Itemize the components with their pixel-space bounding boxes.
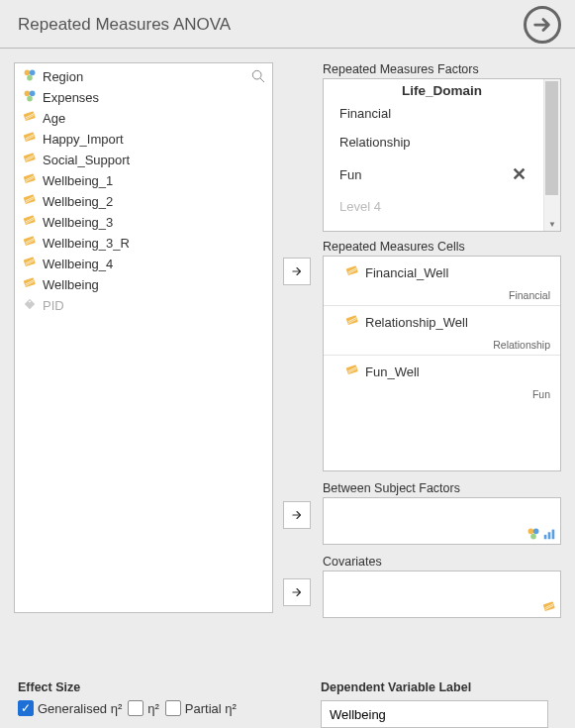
continuous-icon: [23, 193, 37, 210]
variable-item[interactable]: PID: [15, 295, 272, 316]
continuous-icon: [345, 364, 359, 380]
factor-level[interactable]: Financial: [335, 99, 533, 128]
variable-label: PID: [43, 298, 64, 313]
continuous-icon: [23, 131, 37, 148]
variable-label: Region: [43, 69, 83, 84]
variable-item[interactable]: Wellbeing_4: [15, 254, 272, 274]
rm-cells-label: Repeated Measures Cells: [323, 240, 561, 254]
cell-row[interactable]: Fun_WellFun: [324, 356, 560, 404]
variable-item[interactable]: Age: [15, 108, 272, 129]
dv-label-section: Dependent Variable Label: [321, 680, 557, 728]
factor-level[interactable]: Fun✕: [335, 156, 533, 192]
variable-label: Wellbeing: [43, 277, 99, 292]
svg-point-3: [30, 70, 36, 76]
checkbox[interactable]: [165, 700, 181, 716]
rm-cells-section: Repeated Measures Cells Financial_WellFi…: [323, 240, 561, 471]
checkbox-label: η²: [147, 701, 159, 716]
ordinal-hint-icon: [542, 527, 556, 541]
between-section: Between Subject Factors: [323, 481, 561, 545]
search-icon[interactable]: [250, 68, 266, 88]
continuous-icon: [23, 172, 37, 189]
arrow-right-icon: [290, 508, 304, 522]
rm-cells-panel[interactable]: Financial_WellFinancialRelationship_Well…: [323, 256, 561, 471]
variable-label: Happy_Import: [43, 132, 124, 147]
svg-point-7: [27, 96, 33, 102]
level-label: Level 4: [339, 199, 381, 214]
continuous-icon: [23, 276, 37, 293]
variable-item[interactable]: Wellbeing_3_R: [15, 233, 272, 254]
continuous-hint-icon: [542, 600, 556, 614]
svg-point-6: [30, 91, 36, 97]
variable-label: Expenses: [43, 90, 99, 105]
run-analysis-button[interactable]: [524, 6, 561, 44]
scrollbar[interactable]: ▲ ▼: [543, 79, 560, 231]
level-label: Relationship: [339, 135, 411, 150]
nominal-hint-icon: [527, 527, 540, 541]
continuous-icon: [23, 152, 37, 168]
svg-point-35: [29, 301, 31, 303]
variable-item[interactable]: Wellbeing_2: [15, 191, 272, 212]
svg-point-2: [25, 70, 31, 76]
remove-level-button[interactable]: ✕: [509, 163, 529, 185]
svg-point-46: [533, 529, 539, 535]
variable-item[interactable]: Social_Support: [15, 150, 272, 170]
scroll-down-icon[interactable]: ▼: [548, 220, 556, 229]
level-label: Financial: [339, 106, 391, 121]
rm-factors-label: Repeated Measures Factors: [323, 62, 561, 76]
page-title: Repeated Measures ANOVA: [18, 15, 231, 35]
variable-label: Wellbeing_3: [43, 215, 113, 230]
arrow-right-icon: [290, 264, 304, 278]
svg-rect-48: [544, 535, 547, 539]
variable-item[interactable]: Happy_Import: [15, 129, 272, 150]
cell-variable-label: Financial_Well: [365, 265, 448, 280]
variable-label: Social_Support: [43, 153, 130, 167]
variable-item[interactable]: Wellbeing: [15, 274, 272, 295]
covariates-label: Covariates: [323, 555, 561, 569]
dv-label-input[interactable]: [321, 700, 548, 728]
checkbox[interactable]: [18, 700, 34, 716]
continuous-icon: [23, 110, 37, 127]
svg-line-1: [260, 78, 264, 82]
factor-level[interactable]: Level 4: [335, 192, 533, 221]
variable-item[interactable]: Wellbeing_3: [15, 212, 272, 233]
covariates-panel[interactable]: [323, 571, 561, 618]
effect-size-option[interactable]: η²: [128, 700, 159, 716]
checkbox[interactable]: [128, 700, 144, 716]
scroll-thumb[interactable]: [545, 81, 558, 195]
rm-factors-panel[interactable]: Life_Domain FinancialRelationshipFun✕Lev…: [323, 78, 561, 232]
variable-label: Wellbeing_4: [43, 257, 113, 271]
cell-row[interactable]: Relationship_WellRelationship: [324, 306, 560, 356]
svg-point-45: [528, 529, 534, 535]
effect-size-section: Effect Size Generalised η²η²Partial η²: [18, 680, 321, 728]
factor-level[interactable]: Relationship: [335, 128, 533, 156]
nominal-icon: [23, 89, 37, 106]
arrow-right-icon: [290, 585, 304, 599]
between-panel[interactable]: [323, 497, 561, 545]
svg-point-5: [25, 91, 31, 97]
effect-size-option[interactable]: Partial η²: [165, 700, 237, 716]
cell-row[interactable]: Financial_WellFinancial: [324, 257, 560, 306]
cell-level-label: Relationship: [345, 331, 550, 351]
nominal-icon: [23, 68, 37, 85]
continuous-icon: [23, 256, 37, 272]
svg-rect-50: [552, 530, 555, 540]
svg-point-4: [27, 75, 33, 81]
factor-name[interactable]: Life_Domain: [324, 79, 560, 99]
variable-label: Wellbeing_3_R: [43, 236, 130, 251]
variable-list-panel: RegionExpensesAgeHappy_ImportSocial_Supp…: [14, 62, 273, 613]
variable-label: Wellbeing_1: [43, 173, 113, 188]
variable-item[interactable]: Expenses: [15, 87, 272, 108]
cell-variable-label: Relationship_Well: [365, 315, 468, 330]
continuous-icon: [345, 314, 359, 331]
variable-item[interactable]: Wellbeing_1: [15, 170, 272, 191]
checkbox-label: Generalised η²: [38, 701, 122, 716]
transfer-to-covariates-button[interactable]: [283, 578, 311, 606]
transfer-to-between-button[interactable]: [283, 501, 311, 529]
svg-rect-49: [548, 532, 551, 539]
cell-level-label: Financial: [345, 281, 550, 301]
svg-point-47: [530, 534, 536, 540]
transfer-to-cells-button[interactable]: [283, 258, 311, 285]
variable-item[interactable]: Region: [15, 66, 272, 87]
covariates-section: Covariates: [323, 555, 561, 618]
effect-size-option[interactable]: Generalised η²: [18, 700, 122, 716]
